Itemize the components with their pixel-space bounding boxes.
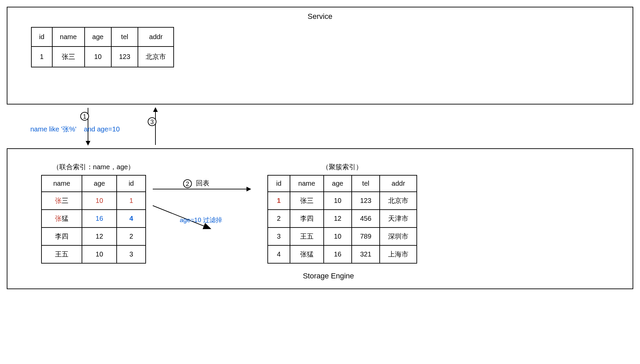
table-row: 张三 10 1 [41,192,146,210]
cell-tel: 321 [352,245,380,263]
cell-addr: 上海市 [380,245,417,263]
composite-index-caption: （联合索引：name，age） [53,162,135,172]
table-row: 王五 10 3 [41,245,146,263]
table-row: 李四 12 2 [41,228,146,245]
cell-tel: 789 [352,228,380,245]
table-lookup-arrows: 2 回表 age=10 过滤掉 [159,162,254,250]
col-tel: tel [111,27,138,47]
cell-name: 张三 [290,192,324,210]
storage-engine-box: （联合索引：name，age） name age id 张三 10 1 张猛 1… [7,148,633,289]
cell-name: 王五 [290,228,324,245]
cell-name: 张三 [41,192,82,210]
cell-tel: 123 [352,192,380,210]
clustered-index-table: id name age tel addr 1 张三 10 123 北京市 2 李… [267,175,417,264]
cell-id: 2 [268,210,290,228]
query-part-1: name like '张%' [30,125,77,133]
cell-addr: 北京市 [138,47,174,67]
table-header-row: id name age tel addr [31,27,174,47]
flow-arrows-area: 1 3 name like '张%' and age=10 [7,104,633,148]
cell-name: 张三 [52,47,85,67]
col-name: name [41,175,82,192]
step-3-marker: 3 [148,117,156,126]
service-title: Service [31,12,609,21]
col-tel: tel [352,175,380,192]
col-age: age [82,175,117,192]
step-2-label: 2 回表 [183,179,209,188]
arrow-right-icon [153,189,251,189]
cell-id: 4 [268,245,290,263]
service-box: Service id name age tel addr 1 张三 10 123… [7,7,633,104]
cell-id: 4 [117,210,146,228]
table-row: 1 张三 10 123 北京市 [31,47,174,67]
cell-addr: 深圳市 [380,228,417,245]
clustered-index-column: （聚簇索引） id name age tel addr 1 张三 10 123 … [267,162,417,264]
query-condition-label: name like '张%' and age=10 [30,125,120,134]
cell-name: 李四 [41,228,82,245]
col-name: name [52,27,85,47]
step-2-marker: 2 [183,179,192,188]
col-id: id [31,27,52,47]
col-addr: addr [138,27,174,47]
table-row: 张猛 16 4 [41,210,146,228]
cell-id: 3 [268,228,290,245]
composite-index-column: （联合索引：name，age） name age id 张三 10 1 张猛 1… [41,162,146,264]
table-header-row: id name age tel addr [268,175,417,192]
table-row: 2 李四 12 456 天津市 [268,210,417,228]
cell-id: 2 [117,228,146,245]
cell-age: 16 [324,245,352,263]
storage-engine-title: Storage Engine [41,272,616,280]
cell-name: 张猛 [41,210,82,228]
table-header-row: name age id [41,175,146,192]
cell-age: 10 [85,47,111,67]
cell-tel: 123 [111,47,138,67]
callback-text: 回表 [196,179,209,187]
clustered-index-caption: （聚簇索引） [322,162,362,172]
cell-age: 12 [324,210,352,228]
cell-age: 16 [82,210,117,228]
table-row: 3 王五 10 789 深圳市 [268,228,417,245]
cell-tel: 456 [352,210,380,228]
service-result-table: id name age tel addr 1 张三 10 123 北京市 [31,27,174,67]
composite-index-table: name age id 张三 10 1 张猛 16 4 李四 12 2 [41,175,146,264]
cell-id: 1 [268,192,290,210]
query-part-2: and age=10 [84,125,120,133]
cell-addr: 北京市 [380,192,417,210]
col-age: age [85,27,111,47]
cell-name: 李四 [290,210,324,228]
col-id: id [268,175,290,192]
arrow-up-icon [155,108,156,145]
cell-age: 12 [82,228,117,245]
cell-id: 1 [31,47,52,67]
cell-name: 王五 [41,245,82,263]
table-row: 1 张三 10 123 北京市 [268,192,417,210]
step-1-marker: 1 [80,112,89,121]
col-name: name [290,175,324,192]
cell-age: 10 [82,192,117,210]
col-age: age [324,175,352,192]
col-id: id [117,175,146,192]
cell-age: 10 [324,192,352,210]
col-addr: addr [380,175,417,192]
cell-name: 张猛 [290,245,324,263]
cell-age: 10 [324,228,352,245]
cell-addr: 天津市 [380,210,417,228]
cell-id: 1 [117,192,146,210]
cell-age: 10 [82,245,117,263]
cell-id: 3 [117,245,146,263]
table-row: 4 张猛 16 321 上海市 [268,245,417,263]
filter-condition-label: age=10 过滤掉 [180,216,222,224]
